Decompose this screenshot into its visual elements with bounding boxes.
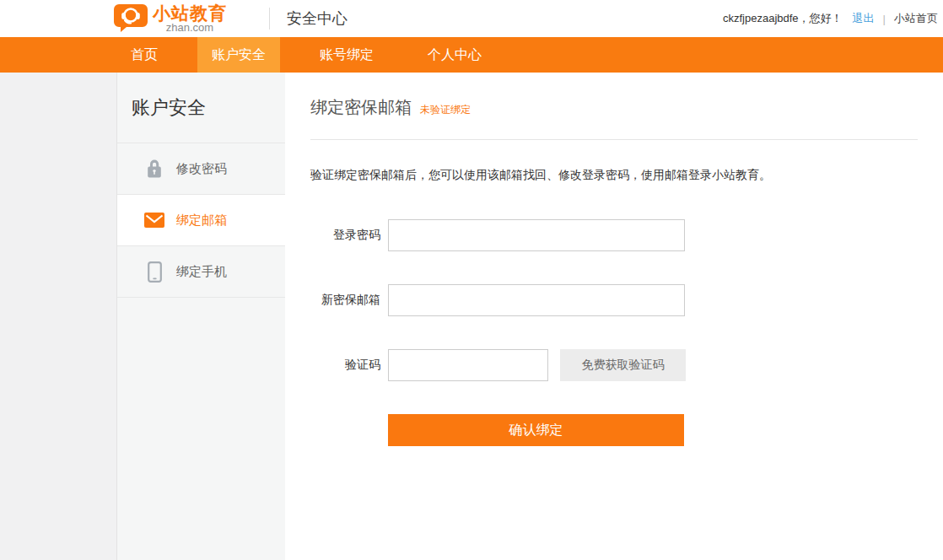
submit-row: 确认绑定 — [388, 414, 918, 446]
lock-icon — [144, 159, 164, 179]
captcha-input[interactable] — [388, 349, 548, 381]
section-title: 绑定密保邮箱 — [310, 96, 412, 119]
page-title: 安全中心 — [287, 8, 348, 29]
confirm-bind-button[interactable]: 确认绑定 — [388, 414, 684, 446]
section-title-row: 绑定密保邮箱 未验证绑定 — [310, 96, 918, 119]
description-text: 验证绑定密保邮箱后，您可以使用该邮箱找回、修改登录密码，使用邮箱登录小站教育。 — [310, 168, 918, 183]
status-badge: 未验证绑定 — [420, 103, 471, 117]
page: 小站教育 zhan.com 安全中心 ckzfjpezaajbdfe，您好！ 退… — [0, 0, 943, 560]
mail-icon — [144, 213, 164, 228]
captcha-row: 验证码 免费获取验证码 — [310, 349, 918, 381]
logout-link[interactable]: 退出 — [853, 11, 875, 26]
main-nav: 首页 账户安全 账号绑定 个人中心 — [0, 37, 943, 73]
nav-item-account-binding[interactable]: 账号绑定 — [305, 37, 388, 73]
email-row: 新密保邮箱 — [310, 284, 918, 316]
sidebar: 账户安全 修改密码 — [116, 73, 285, 560]
password-label: 登录密码 — [310, 228, 380, 243]
separator: | — [883, 13, 886, 25]
user-greeting: ckzfjpezaajbdfe，您好！ — [723, 11, 843, 26]
nav-item-personal-center[interactable]: 个人中心 — [413, 37, 496, 73]
password-input[interactable] — [388, 219, 685, 251]
sidebar-item-label: 绑定手机 — [176, 264, 227, 280]
chat-bubble-headset-icon — [114, 4, 148, 36]
get-code-button[interactable]: 免费获取验证码 — [560, 349, 686, 381]
sidebar-item-bind-email[interactable]: 绑定邮箱 — [117, 195, 285, 246]
title-divider — [310, 139, 918, 140]
nav-item-home[interactable]: 首页 — [116, 37, 172, 73]
header-divider — [269, 8, 270, 30]
logo-domain: zhan.com — [166, 22, 213, 33]
logo-wordmark: 小站教育 — [153, 5, 227, 22]
header-user-area: ckzfjpezaajbdfe，您好！ 退出 | 小站首页 — [723, 11, 943, 26]
page-body: 账户安全 修改密码 — [0, 73, 943, 560]
email-label: 新密保邮箱 — [310, 293, 380, 308]
logo-text: 小站教育 zhan.com — [153, 4, 227, 33]
bind-email-form: 登录密码 新密保邮箱 验证码 免费获取验证码 确认绑定 — [310, 219, 918, 446]
captcha-label: 验证码 — [310, 358, 380, 373]
sidebar-title: 账户安全 — [117, 73, 285, 143]
sidebar-item-change-password[interactable]: 修改密码 — [117, 143, 285, 195]
site-home-link[interactable]: 小站首页 — [894, 11, 938, 26]
phone-icon — [144, 261, 164, 283]
nav-item-account-security[interactable]: 账户安全 — [197, 37, 280, 73]
brand-logo[interactable]: 小站教育 zhan.com — [114, 4, 227, 33]
sidebar-item-label: 绑定邮箱 — [176, 213, 227, 229]
sidebar-item-bind-phone[interactable]: 绑定手机 — [117, 246, 285, 298]
email-input[interactable] — [388, 284, 685, 316]
sidebar-item-label: 修改密码 — [176, 161, 227, 177]
main-content: 绑定密保邮箱 未验证绑定 验证绑定密保邮箱后，您可以使用该邮箱找回、修改登录密码… — [285, 73, 943, 560]
top-header: 小站教育 zhan.com 安全中心 ckzfjpezaajbdfe，您好！ 退… — [0, 0, 943, 37]
password-row: 登录密码 — [310, 219, 918, 251]
